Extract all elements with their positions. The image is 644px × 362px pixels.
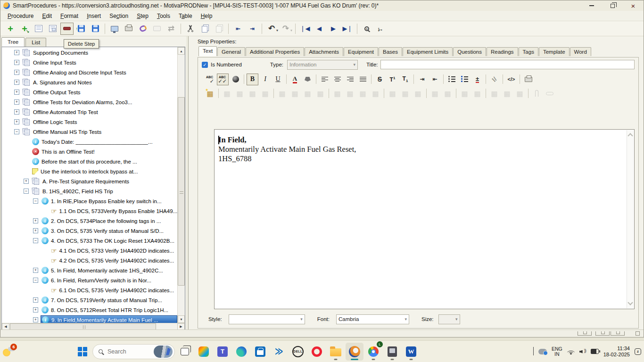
scroll-down-button[interactable]: ▼: [178, 315, 185, 323]
minimize-button[interactable]: [581, 0, 602, 11]
add-sub-step-button[interactable]: +↘: [18, 23, 31, 35]
tab-tags[interactable]: Tags: [519, 47, 538, 56]
expand-icon[interactable]: +: [33, 218, 38, 223]
tree-item[interactable]: +i8. On DCS, 5712Reset Total HTR Trip Lo…: [2, 305, 177, 315]
auto-format-button[interactable]: ⁝/: [488, 74, 500, 85]
step-outline-view-button[interactable]: [32, 23, 45, 35]
scroll-up-button[interactable]: ▲: [178, 47, 185, 55]
editor-scroll-down-icon[interactable]: [627, 300, 633, 305]
numbered-list-button[interactable]: [459, 74, 471, 85]
wifi-icon[interactable]: [567, 349, 575, 354]
is-numbered-checkbox[interactable]: ✓ Is Numbered: [202, 62, 242, 68]
expand-icon[interactable]: +: [14, 50, 19, 55]
tree-item[interactable]: +i2. On DCS, 5734Place the following tag…: [2, 216, 177, 226]
italic-button[interactable]: I: [259, 74, 271, 85]
tree-item[interactable]: −Offline Manual HS Trip Tests: [2, 127, 177, 137]
taskbar-opera[interactable]: [308, 343, 326, 361]
expand-icon[interactable]: +: [33, 307, 38, 313]
spell-check-button[interactable]: ABC✓: [204, 74, 216, 85]
add-step-button[interactable]: +: [4, 23, 17, 35]
tree-item[interactable]: +A. Pre-Test Signature Requirements: [2, 176, 177, 186]
insert-table-button[interactable]: ▦: [204, 88, 216, 99]
plus-minus-button[interactable]: ±: [471, 74, 483, 85]
size-select[interactable]: ▾: [438, 314, 460, 324]
tray-chevron-up-icon[interactable]: [533, 347, 534, 356]
editor-scroll-up-icon[interactable]: [627, 133, 633, 138]
close-button[interactable]: ×: [623, 0, 644, 11]
menu-edit[interactable]: Edit: [38, 12, 56, 20]
indent-step-button[interactable]: ⇥: [246, 23, 259, 35]
bullet-list-button[interactable]: [446, 74, 458, 85]
menu-format[interactable]: Format: [56, 12, 83, 20]
tab-readings[interactable]: Readings: [487, 47, 518, 56]
search-box[interactable]: [92, 344, 175, 359]
horizontal-scroll-thumb[interactable]: [10, 323, 156, 330]
tree-item[interactable]: ☞6.1 On DCS, 5735 Verify 1HA4902C indica…: [2, 285, 177, 295]
tab-equipment[interactable]: Equipment: [344, 47, 378, 56]
tree-item[interactable]: iBefore the start of this procedure, the…: [2, 156, 177, 166]
align-left-button[interactable]: [319, 74, 330, 85]
expand-icon[interactable]: +: [33, 317, 38, 322]
bold-button[interactable]: B: [247, 74, 258, 85]
nav-next-step-button[interactable]: ▶: [327, 23, 340, 35]
superscript-button[interactable]: T1: [387, 74, 398, 85]
sync-button[interactable]: [136, 23, 149, 35]
taskbar-smartprocedures[interactable]: [346, 343, 363, 361]
collapse-icon[interactable]: −: [33, 238, 38, 243]
tree-item[interactable]: +Supporting Documents: [2, 48, 177, 58]
font-color-button[interactable]: A: [289, 74, 301, 85]
expand-icon[interactable]: +: [14, 90, 19, 95]
taskbar-chrome[interactable]: L: [364, 343, 382, 361]
underline-button[interactable]: U: [272, 74, 284, 85]
tree-item[interactable]: ☞4.2 On DCS, 5735 Verify 1HA4902C indica…: [2, 255, 177, 265]
tree-item[interactable]: +Offline Tests for Deviation Alarms, 2oo…: [2, 97, 177, 107]
tab-template[interactable]: Template: [539, 47, 570, 56]
save-and-upload-button[interactable]: ↑: [74, 23, 88, 35]
expand-icon[interactable]: +: [24, 179, 29, 184]
restore-button[interactable]: [602, 0, 623, 11]
taskbar-start[interactable]: [74, 343, 91, 361]
tab-questions[interactable]: Questions: [453, 47, 486, 56]
tree-item[interactable]: +Offline Output Tests: [2, 87, 177, 97]
tree-item[interactable]: Use the interlock to interlock bypass at…: [2, 166, 177, 176]
record-button[interactable]: [230, 74, 241, 85]
scroll-right-button[interactable]: ▶: [177, 323, 185, 330]
auto-spell-check-button[interactable]: ABC✓✓: [217, 74, 229, 85]
tab-tree[interactable]: Tree: [1, 37, 25, 47]
step-text-editor[interactable]: In Field,Momentarily Activate Main Fuel …: [214, 129, 635, 309]
battery-icon[interactable]: [591, 349, 599, 354]
copy-button[interactable]: [198, 23, 211, 35]
tree-item[interactable]: −i6. In Field, Return/Verify switch is i…: [2, 275, 177, 285]
taskbar-store[interactable]: [251, 343, 269, 361]
nav-first-step-button[interactable]: ❘◀: [298, 23, 312, 35]
vertical-scroll-thumb[interactable]: [178, 97, 185, 286]
print-text-button[interactable]: [522, 74, 534, 85]
strikethrough-button[interactable]: S: [374, 74, 386, 85]
title-input[interactable]: [380, 60, 635, 69]
cut-button[interactable]: [184, 23, 197, 35]
menu-tools[interactable]: Tools: [153, 12, 174, 20]
expand-icon[interactable]: +: [14, 60, 19, 65]
expand-icon[interactable]: +: [14, 119, 19, 124]
taskbar-edge[interactable]: [232, 343, 250, 361]
taskbar-file-explorer[interactable]: [327, 343, 345, 361]
type-select[interactable]: Information ▾: [287, 60, 358, 70]
search-highlight-image[interactable]: [154, 346, 173, 358]
align-right-button[interactable]: [344, 74, 356, 85]
style-select[interactable]: ▾: [229, 314, 305, 324]
expand-icon[interactable]: +: [14, 109, 19, 115]
expand-icon[interactable]: +: [33, 297, 38, 303]
collapse-icon[interactable]: −: [33, 198, 38, 204]
taskbar-power-automate[interactable]: ≫: [270, 343, 288, 361]
expand-icon[interactable]: +: [14, 70, 19, 75]
tab-attachments[interactable]: Attachments: [305, 47, 343, 56]
panel-splitter[interactable]: [186, 36, 189, 330]
tab-word[interactable]: Word: [570, 47, 591, 56]
preview-button[interactable]: [108, 23, 121, 35]
indent-button[interactable]: ⇥: [416, 74, 428, 85]
notification-bell-icon[interactable]: z: [635, 348, 641, 355]
menu-insert[interactable]: Insert: [83, 12, 105, 20]
taskbar-task-view[interactable]: [176, 343, 194, 361]
collapse-icon[interactable]: −: [24, 189, 29, 194]
weather-widget[interactable]: 6: [3, 346, 15, 357]
